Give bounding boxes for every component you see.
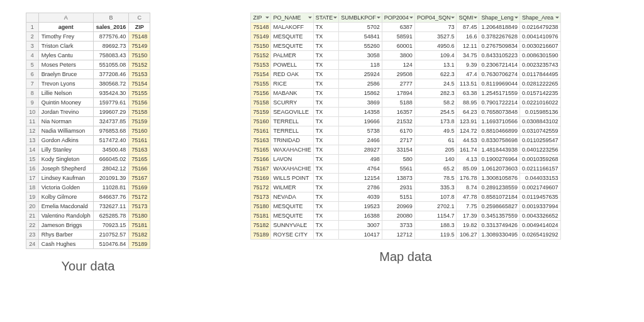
shape-area-cell: 0.0310742559: [519, 126, 560, 136]
agent-cell: Trevon Lyons: [38, 79, 93, 89]
pop04sqn-cell: 173.8: [414, 117, 457, 126]
shape-area-cell: 0.0119457635: [519, 192, 560, 202]
sumblkpof-cell: 2586: [339, 79, 382, 89]
sumblkpof-cell: 54841: [339, 32, 382, 42]
column-header[interactable]: Shape_Leng: [479, 13, 520, 23]
sqmi-cell: 106.27: [457, 230, 479, 240]
shape-leng-cell: 0.3451357559: [479, 211, 520, 221]
column-header[interactable]: ZIP: [251, 13, 271, 23]
pop04sqn-cell: 282.3: [414, 89, 457, 98]
column-header[interactable]: SUMBLKPOF: [339, 13, 382, 23]
sqmi-cell: 9.39: [457, 60, 479, 70]
sales-cell: 976853.68: [93, 126, 129, 136]
pop2004-cell: 2777: [382, 79, 414, 89]
shape-area-cell: 0.0211166157: [519, 164, 560, 174]
state-cell: TX: [313, 174, 339, 183]
dropdown-icon[interactable]: [265, 17, 269, 19]
column-header[interactable]: Shape_Area: [519, 13, 560, 23]
sales-cell: 380568.72: [93, 79, 129, 89]
po-name-cell: TERRELL: [271, 126, 313, 136]
zip-cell: 75149: [251, 32, 271, 42]
right-caption: Map data: [379, 250, 431, 264]
pop04sqn-cell: 49.5: [414, 126, 457, 136]
column-header[interactable]: POP04_SQN: [414, 13, 457, 23]
shape-area-cell: 0.0265419292: [519, 230, 560, 240]
po-name-cell: WAXAHACHIE: [271, 145, 313, 155]
state-cell: TX: [313, 230, 339, 240]
shape-area-cell: 0.044033153: [519, 174, 560, 183]
state-cell: TX: [313, 136, 339, 145]
dropdown-icon[interactable]: [308, 17, 312, 19]
state-cell: TX: [313, 98, 339, 108]
sumblkpof-cell: 3007: [339, 221, 382, 230]
zip-cell: 75159: [251, 108, 271, 117]
shape-area-cell: 0.0010359268: [519, 155, 560, 164]
state-cell: TX: [313, 202, 339, 211]
table-row: 75152PALMERTX30583800109.434.750.8433105…: [251, 51, 560, 60]
column-header[interactable]: STATE: [313, 13, 339, 23]
agent-cell: Valentino Randolph: [38, 211, 93, 221]
sqmi-cell: 17.39: [457, 211, 479, 221]
table-row: 24Cash Hughes510476.8475189: [26, 240, 150, 249]
zip-cell: 75181: [129, 221, 150, 230]
row-number: 7: [26, 79, 38, 89]
row-number: 19: [26, 192, 38, 202]
row-number: 14: [26, 145, 38, 155]
table-row: 75189ROYSE CITYTX1041712712119.5106.271.…: [251, 230, 560, 240]
state-cell: TX: [313, 89, 339, 98]
agent-cell: Braelyn Bruce: [38, 70, 93, 79]
pop2004-cell: 13873: [382, 174, 414, 183]
zip-cell: 75173: [129, 202, 150, 211]
zip-cell: 75161: [129, 136, 150, 145]
shape-area-cell: 0.0086301590: [519, 51, 560, 60]
table-row: 75182SUNNYVALETX30073733188.319.820.3313…: [251, 221, 560, 230]
shape-area-cell: 0.0049414024: [519, 221, 560, 230]
zip-cell: 75156: [129, 98, 150, 108]
sqmi-cell: 123.91: [457, 117, 479, 126]
po-name-cell: SEAGOVILLE: [271, 108, 313, 117]
column-header[interactable]: SQMI: [457, 13, 479, 23]
zip-cell: 75163: [251, 136, 271, 145]
zip-cell: 75154: [129, 79, 150, 89]
header-zip: ZIP: [129, 23, 150, 32]
zip-cell: 75148: [129, 32, 150, 42]
sqmi-cell: 47.78: [457, 192, 479, 202]
zip-cell: 75182: [251, 221, 271, 230]
table-row: 75172WILMERTX27862931335.38.740.28912385…: [251, 183, 560, 192]
pop04sqn-cell: 2702.1: [414, 202, 457, 211]
dropdown-icon[interactable]: [451, 17, 455, 19]
table-row: 75153POWELLTX11812413.19.390.23067214140…: [251, 60, 560, 70]
sales-cell: 517472.40: [93, 136, 129, 145]
dropdown-icon[interactable]: [409, 17, 413, 19]
dropdown-icon[interactable]: [474, 17, 477, 19]
pop2004-cell: 3733: [382, 221, 414, 230]
table-row: 75167WAXAHACHIETX4764556165.285.091.0612…: [251, 164, 560, 174]
pop04sqn-cell: 58.2: [414, 98, 457, 108]
sumblkpof-cell: 498: [339, 155, 382, 164]
po-name-cell: MALAKOFF: [271, 23, 313, 32]
zip-cell: 75163: [129, 145, 150, 155]
dropdown-icon[interactable]: [514, 17, 518, 19]
row-number: 18: [26, 183, 38, 192]
sumblkpof-cell: 3869: [339, 98, 382, 108]
dropdown-icon[interactable]: [377, 17, 380, 19]
po-name-cell: ROYSE CITY: [271, 230, 313, 240]
sales-cell: 625285.78: [93, 211, 129, 221]
pop04sqn-cell: 1154.7: [414, 211, 457, 221]
sumblkpof-cell: 5738: [339, 126, 382, 136]
row-number: 11: [26, 117, 38, 126]
po-name-cell: SUNNYVALE: [271, 221, 313, 230]
row-number: 12: [26, 126, 38, 136]
row-number: 9: [26, 98, 38, 108]
column-header[interactable]: PO_NAME: [271, 13, 313, 23]
pop2004-cell: 6387: [382, 23, 414, 32]
row-number: 15: [26, 155, 38, 164]
zip-cell: 75166: [251, 155, 271, 164]
table-row: 75150MESQUITETX55260600014950.612.110.27…: [251, 42, 560, 51]
dropdown-icon[interactable]: [333, 17, 337, 19]
pop2004-cell: 58591: [382, 32, 414, 42]
dropdown-icon[interactable]: [555, 17, 559, 19]
sales-cell: 846637.76: [93, 192, 129, 202]
zip-cell: 75172: [251, 183, 271, 192]
column-header[interactable]: POP2004: [382, 13, 414, 23]
